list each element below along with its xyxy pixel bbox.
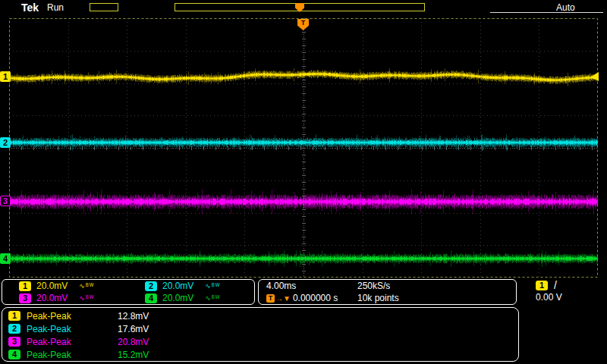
ch2-coupling-bw-icons: ∿ᴮᵂ <box>205 282 220 290</box>
waveform-canvas <box>9 18 598 278</box>
ch4-badge: 4 <box>145 293 157 303</box>
ch2-ground-marker[interactable]: 2 <box>0 137 11 148</box>
ch3-badge: 3 <box>19 293 31 303</box>
ch3-scale-readout[interactable]: 3 20.0mV ∿ᴮᵂ <box>2 292 128 304</box>
measurement-value: 17.6mV <box>118 324 149 334</box>
trigger-level-arrow[interactable] <box>591 72 599 81</box>
horizontal-row-1: 4.00ms 250kS/s <box>259 280 516 292</box>
trigger-row-1: 1 / <box>525 279 604 291</box>
ch1-badge: 1 <box>19 281 31 291</box>
trigger-slope-icon: / <box>554 279 557 291</box>
ch2-scale-readout[interactable]: 2 20.0mV ∿ᴮᵂ <box>128 280 254 292</box>
ch1-scale-readout[interactable]: 1 20.0mV ∿ᴮᵂ <box>2 280 128 292</box>
measurement-panel: 1 Peak-Peak 12.8mV 2 Peak-Peak 17.6mV 3 … <box>2 307 519 362</box>
measurement-row: 4 Peak-Peak 15.2mV <box>2 348 518 361</box>
ch4-scale: 20.0mV <box>162 293 193 303</box>
horizontal-row-2: T →▼ 0.000000 s 10k points <box>259 292 516 304</box>
horizontal-scale: 4.00ms <box>266 281 296 291</box>
measurement-value: 12.8mV <box>118 311 149 322</box>
ch4-coupling-bw-icons: ∿ᴮᵂ <box>205 294 220 302</box>
measurement-row: 3 Peak-Peak 20.8mV <box>2 335 518 348</box>
oscilloscope-screen: Tek Run Auto T 1 2 3 4 1 20.0mV ∿ᴮᵂ 2 20… <box>0 0 607 364</box>
ch4-badge: 4 <box>8 350 20 359</box>
trigger-delay-arrow-icon: →▼ <box>275 294 291 303</box>
horizontal-readout[interactable]: 4.00ms 250kS/s T →▼ 0.000000 s 10k point… <box>258 279 517 305</box>
measurement-label: Peak-Peak <box>27 324 118 334</box>
ch1-badge: 1 <box>8 311 20 321</box>
delay-readout: T →▼ 0.000000 s <box>266 293 357 303</box>
ch2-badge: 2 <box>8 324 20 334</box>
ch4-ground-marker[interactable]: 4 <box>0 253 11 264</box>
measurement-label: Peak-Peak <box>27 311 118 322</box>
ch1-ground-marker[interactable]: 1 <box>0 71 11 82</box>
tek-logo: Tek <box>21 2 39 14</box>
measurement-value: 15.2mV <box>118 350 149 360</box>
trigger-flag-label: T <box>301 19 306 27</box>
ch1-coupling-bw-icons: ∿ᴮᵂ <box>79 282 94 290</box>
ch1-scale: 20.0mV <box>36 281 68 291</box>
trigger-delay-value: 0.000000 s <box>293 293 338 303</box>
ch2-badge: 2 <box>145 281 157 291</box>
measurement-label: Peak-Peak <box>27 350 118 360</box>
vertical-scale-readout: 1 20.0mV ∿ᴮᵂ 2 20.0mV ∿ᴮᵂ 3 20.0mV ∿ᴮᵂ 4… <box>2 279 255 305</box>
measurement-row: 2 Peak-Peak 17.6mV <box>2 322 518 335</box>
measurement-value: 20.8mV <box>118 337 149 347</box>
measurement-row: 1 Peak-Peak 12.8mV <box>2 309 518 322</box>
trigger-mode: Auto <box>556 2 575 13</box>
ch4-scale-readout[interactable]: 4 20.0mV ∿ᴮᵂ <box>128 292 254 304</box>
measurement-label: Peak-Peak <box>27 337 118 347</box>
trigger-level-value: 0.00 V <box>536 292 562 303</box>
record-length: 10k points <box>357 293 399 303</box>
trigger-row-2: 0.00 V <box>525 291 604 303</box>
trigger-source-badge: 1 <box>536 281 548 290</box>
trigger-t-icon: T <box>266 294 275 303</box>
trigger-source-readout[interactable]: 1 / 0.00 V <box>525 279 604 305</box>
sample-rate: 250kS/s <box>357 281 390 291</box>
ch2-scale: 20.0mV <box>162 281 193 291</box>
ch3-badge: 3 <box>8 337 20 347</box>
ch3-scale: 20.0mV <box>36 293 68 303</box>
top-right-divider <box>490 12 603 13</box>
graticule <box>9 18 598 278</box>
acquisition-indicator-box <box>90 3 118 11</box>
ch3-ground-marker[interactable]: 3 <box>0 196 11 206</box>
ch3-coupling-bw-icons: ∿ᴮᵂ <box>79 294 94 302</box>
acquisition-state: Run <box>47 2 64 13</box>
